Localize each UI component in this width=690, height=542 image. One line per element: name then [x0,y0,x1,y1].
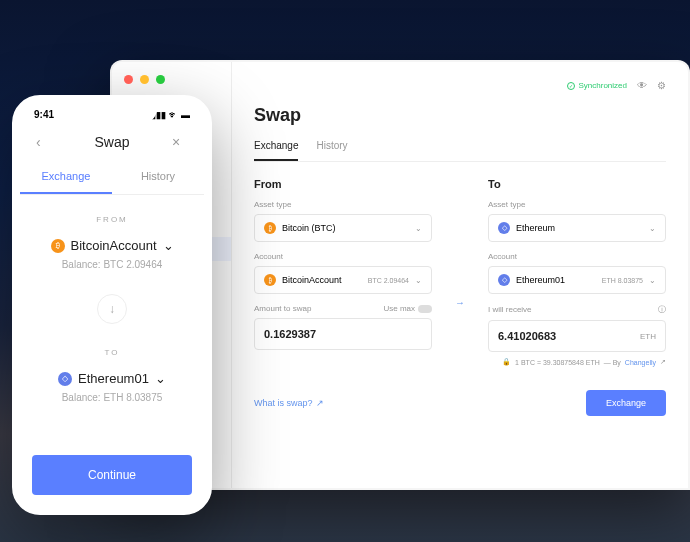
bitcoin-icon: ₿ [264,222,276,234]
phone-notch [67,103,157,123]
visibility-icon[interactable]: 👁 [637,80,647,91]
account-name: BitcoinAccount [71,238,157,253]
info-icon[interactable]: ⓘ [658,304,666,315]
to-asset-select[interactable]: ◇Ethereum ⌄ [488,214,666,242]
sync-status: ✓Synchronized [567,81,627,90]
swap-direction-button[interactable]: ↓ [97,294,127,324]
external-icon: ↗ [316,398,324,408]
close-icon[interactable]: × [172,134,188,150]
use-max-toggle[interactable] [418,305,432,313]
provider-link[interactable]: Changelly [625,359,656,366]
to-section: TO ◇ Ethereum01 ⌄ Balance: ETH 8.03875 [20,348,204,403]
battery-icon: ▬ [181,110,190,120]
amount-value: 0.1629387 [264,328,316,340]
close-icon[interactable] [124,75,133,84]
page-title: Swap [254,105,666,126]
chevron-down-icon: ⌄ [649,224,656,233]
from-account-select[interactable]: ₿ BitcoinAccount ⌄ [36,238,188,253]
from-label: FROM [36,215,188,224]
tab-exchange[interactable]: Exchange [254,140,298,161]
sync-label: Synchronized [579,81,627,90]
chevron-down-icon: ⌄ [649,276,656,285]
chevron-down-icon: ⌄ [415,276,422,285]
back-icon[interactable]: ‹ [36,134,52,150]
to-amount-display: 6.41020683ETH [488,320,666,352]
chevron-down-icon: ⌄ [155,371,166,386]
settings-icon[interactable]: ⚙ [657,80,666,91]
to-label: TO [36,348,188,357]
account-balance: BTC 2.09464 [368,277,409,284]
window-traffic-lights [124,75,165,84]
continue-button[interactable]: Continue [32,455,192,495]
from-amount-input[interactable]: 0.1629387 [254,318,432,350]
chevron-down-icon: ⌄ [415,224,422,233]
chevron-down-icon: ⌄ [163,238,174,253]
check-icon: ✓ [567,82,575,90]
exchange-button[interactable]: Exchange [586,390,666,416]
asset-type-label: Asset type [254,200,432,209]
phone-header: ‹ Swap × [20,120,204,160]
swap-form: From Asset type ₿Bitcoin (BTC) ⌄ Account… [254,178,666,366]
from-header: From [254,178,432,190]
bitcoin-icon: ₿ [264,274,276,286]
from-account-select[interactable]: ₿BitcoinAccount BTC 2.09464⌄ [254,266,432,294]
time-label: 9:41 [34,109,54,120]
amount-value: 6.41020683 [498,330,556,342]
use-max-label: Use max [383,304,415,313]
account-label: Account [488,252,666,261]
from-section: FROM ₿ BitcoinAccount ⌄ Balance: BTC 2.0… [20,195,204,270]
phone-tabs: Exchange History [20,160,204,195]
phone-frame: 9:41 ▮▮▮ᯤ▬ ‹ Swap × Exchange History FRO… [12,95,212,515]
maximize-icon[interactable] [156,75,165,84]
asset-type-label: Asset type [488,200,666,209]
from-column: From Asset type ₿Bitcoin (BTC) ⌄ Account… [254,178,432,366]
top-bar: ✓Synchronized 👁 ⚙ [254,80,666,91]
phone-tab-exchange[interactable]: Exchange [20,160,112,194]
account-name: Ethereum01 [78,371,149,386]
from-asset-select[interactable]: ₿Bitcoin (BTC) ⌄ [254,214,432,242]
external-icon: ↗ [660,358,666,366]
account-balance: ETH 8.03875 [602,277,643,284]
balance-label: Balance: BTC 2.09464 [36,259,188,270]
wifi-icon: ᯤ [169,110,178,120]
lock-icon: 🔒 [502,358,511,366]
to-account-select[interactable]: ◇ Ethereum01 ⌄ [36,371,188,386]
to-account-select[interactable]: ◇Ethereum01 ETH 8.03875⌄ [488,266,666,294]
to-header: To [488,178,666,190]
footer-row: What is swap?↗ Exchange [254,390,666,416]
asset-name: Bitcoin (BTC) [282,223,336,233]
receive-label: I will receiveⓘ [488,304,666,315]
exchange-rate: 🔒1 BTC = 39.30875848 ETH— ByChangelly↗ [488,358,666,366]
minimize-icon[interactable] [140,75,149,84]
account-label: Account [254,252,432,261]
phone-tab-history[interactable]: History [112,160,204,194]
bitcoin-icon: ₿ [51,239,65,253]
what-is-swap-link[interactable]: What is swap?↗ [254,398,324,408]
phone-title: Swap [52,134,172,150]
account-name: BitcoinAccount [282,275,342,285]
unit-label: ETH [640,332,656,341]
ethereum-icon: ◇ [498,274,510,286]
account-name: Ethereum01 [516,275,565,285]
ethereum-icon: ◇ [498,222,510,234]
asset-name: Ethereum [516,223,555,233]
balance-label: Balance: ETH 8.03875 [36,392,188,403]
to-column: To Asset type ◇Ethereum ⌄ Account ◇Ether… [488,178,666,366]
main-content: ✓Synchronized 👁 ⚙ Swap Exchange History … [232,62,688,488]
tabs: Exchange History [254,140,666,162]
swap-direction-arrow: → [450,238,470,366]
tab-history[interactable]: History [316,140,347,161]
amount-label: Amount to swapUse max [254,304,432,313]
ethereum-icon: ◇ [58,372,72,386]
